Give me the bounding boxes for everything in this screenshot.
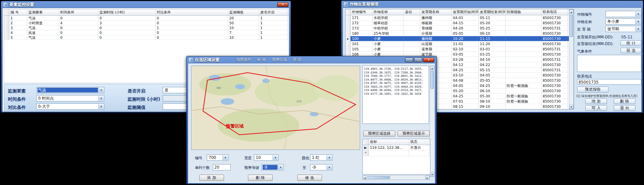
table-row[interactable]: 5气温000101 <box>4 35 289 40</box>
column-header[interactable]: 作物名称 <box>372 9 404 15</box>
row-header[interactable] <box>346 31 351 36</box>
maximize-button[interactable]: ▢ <box>414 57 422 62</box>
row-header[interactable] <box>4 21 9 25</box>
warning-region-show-button[interactable]: 预警区域显示 <box>398 131 430 137</box>
delete-button[interactable]: 删 除 <box>248 175 273 181</box>
defense-textarea[interactable] <box>577 55 641 72</box>
scrollbar-thumb[interactable] <box>570 15 573 37</box>
row-header[interactable] <box>346 47 351 51</box>
column-header[interactable]: 监测时段 (小时) <box>98 10 156 15</box>
warning-region-select-button[interactable]: 预警区域选择 <box>363 131 395 137</box>
region-no-combo[interactable]: 700 ▾ <box>207 154 229 161</box>
minimize-button[interactable]: ─ <box>405 57 413 62</box>
scroll-up-icon[interactable]: ▲ <box>569 10 573 14</box>
scroll-down-icon[interactable]: ▼ <box>569 105 573 109</box>
column-header[interactable]: 县站 <box>404 9 420 15</box>
scroll-down-icon[interactable]: ▼ <box>430 172 434 176</box>
line-width-combo[interactable]: 10 ▾ <box>254 154 279 161</box>
menu-item-draw[interactable]: 标 绘 <box>257 57 266 62</box>
titlebar[interactable]: 自选区域设置 地图操作 标 绘 预警区域 帮 助 ─ ▢ ✕ <box>188 56 435 63</box>
write-button[interactable]: 写 入 <box>585 105 607 111</box>
modify-button[interactable]: 修 改 <box>297 175 322 181</box>
column-header[interactable]: 监测要素 <box>27 10 59 15</box>
count-input[interactable]: 20 <box>213 164 231 170</box>
exit-button[interactable]: 退 出 <box>614 105 635 111</box>
close-button[interactable]: ✕ <box>277 2 288 7</box>
add-button[interactable]: 增 加 <box>585 98 607 104</box>
column-header[interactable]: 是否开启 <box>259 10 288 15</box>
column-header[interactable]: 时间条件 <box>59 10 98 15</box>
cell: 0 <box>59 35 98 40</box>
row-header[interactable]: ▶ <box>363 145 369 150</box>
table-row[interactable]: * <box>363 151 430 156</box>
phone-input[interactable]: 85001735 <box>577 79 641 85</box>
row-header[interactable] <box>4 16 9 20</box>
crop-no-combo[interactable]: ▾ <box>605 11 641 17</box>
column-header[interactable]: 坐标 <box>369 139 409 145</box>
row-header[interactable] <box>4 25 9 30</box>
cell: 85001730 <box>542 78 568 83</box>
column-header[interactable]: 编 号 <box>9 10 27 15</box>
titlebar[interactable]: 作物生育期管理 <box>343 1 642 7</box>
column-header[interactable]: 防御措施 <box>506 9 542 15</box>
table-row[interactable]: ▸100小麦播种期10-2011-1585001730 <box>346 36 574 41</box>
column-header[interactable]: 发育期名称 <box>420 9 452 15</box>
row-header[interactable]: * <box>363 151 369 156</box>
column-header[interactable]: 发育期开始(时间) <box>452 9 479 15</box>
table-row[interactable]: 173中稻早稻育秧期04-2005-2585001731 <box>346 26 574 31</box>
element-combo[interactable]: 气温 ▾ <box>36 87 104 93</box>
table-row[interactable]: 3气温001101 <box>4 25 289 30</box>
column-header[interactable]: 联系电话 <box>542 9 568 15</box>
row-header[interactable]: ▸ <box>346 36 351 41</box>
scroll-left-icon[interactable]: ◀ <box>363 176 367 179</box>
titlebar[interactable]: 要素监控设置 ✕ <box>2 1 289 8</box>
filter-button[interactable]: 筛 选 <box>620 48 641 53</box>
cell: 返青期 <box>420 47 452 51</box>
table-row[interactable]: 4风速00071 <box>4 30 289 35</box>
column-header[interactable]: 监测阈值 <box>228 10 259 15</box>
menu-item-help[interactable]: 帮 助 <box>293 57 301 62</box>
table-row[interactable]: 2小时雨量430501 <box>4 21 289 25</box>
add-button[interactable]: 添 加 <box>199 175 224 181</box>
cell <box>404 26 420 31</box>
scroll-up-icon[interactable]: ▲ <box>430 66 434 70</box>
cell: 171 <box>351 15 372 20</box>
scrollbar-thumb[interactable] <box>430 71 434 89</box>
preview-report-button[interactable]: 预览报告 <box>577 87 608 92</box>
table-row[interactable]: 172烟草幼苗移栽期04-1505-2085001730 <box>346 21 574 26</box>
row-header[interactable] <box>346 41 351 46</box>
statistics-button[interactable]: 统 计 <box>620 40 641 46</box>
delete-button[interactable]: 删 除 <box>614 98 635 104</box>
column-header[interactable]: 状态 <box>409 139 429 145</box>
compare-condition-combo[interactable]: 0-大于 ▾ <box>36 103 104 110</box>
time-condition-combo[interactable]: 0 时间点 ▾ <box>36 95 104 101</box>
crop-name-combo[interactable]: 冬小麦 ▾ <box>605 18 641 25</box>
crop-table-scrollbar[interactable]: ▲ ▼ <box>569 9 574 109</box>
row-header[interactable] <box>346 15 351 20</box>
grid-hscrollbar[interactable]: ◀ ▶ <box>362 175 430 180</box>
table-row[interactable]: ▶119.122, 122.38...不显示 <box>363 145 430 151</box>
row-header[interactable] <box>4 30 9 35</box>
column-header[interactable]: 发育期结束(时间) <box>479 9 506 15</box>
table-row[interactable]: 18025号早稻分蘖期05-0506-1085001730 <box>346 31 574 36</box>
close-button[interactable]: ✕ <box>423 57 434 62</box>
stage-combo[interactable]: 拔节期 ▾ <box>605 26 641 32</box>
table-row[interactable]: 171水稻早稻播种期04-0105-1185001730 <box>346 15 574 21</box>
table-row[interactable]: 101小麦出苗期11-0111-2085001730 <box>346 41 574 47</box>
column-header[interactable]: 作物编号 <box>351 9 372 15</box>
level-to-combo[interactable]: -9 ▾ <box>310 164 332 170</box>
warning-level-combo[interactable]: -9 ▾ <box>261 164 284 170</box>
row-header[interactable] <box>4 35 9 40</box>
map-canvas[interactable]: 湖区 水库 预警区域 <box>191 66 360 150</box>
table-row[interactable]: 105小麦返青期02-1003-0185001731 <box>346 47 574 52</box>
row-header[interactable] <box>346 21 351 25</box>
scrollbar-thumb[interactable] <box>368 176 390 179</box>
menu-item-warning-region[interactable]: 预警区域 <box>272 57 287 62</box>
table-row[interactable]: 1气温000201 <box>4 16 289 21</box>
app-icon <box>344 2 348 6</box>
row-header[interactable] <box>346 26 351 31</box>
menu-item-map-ops[interactable]: 地图操作 <box>236 57 251 62</box>
color-combo[interactable]: 1 红 ▾ <box>310 154 332 161</box>
scroll-right-icon[interactable]: ▶ <box>425 176 429 179</box>
column-header[interactable]: 对比条件 <box>156 10 228 15</box>
